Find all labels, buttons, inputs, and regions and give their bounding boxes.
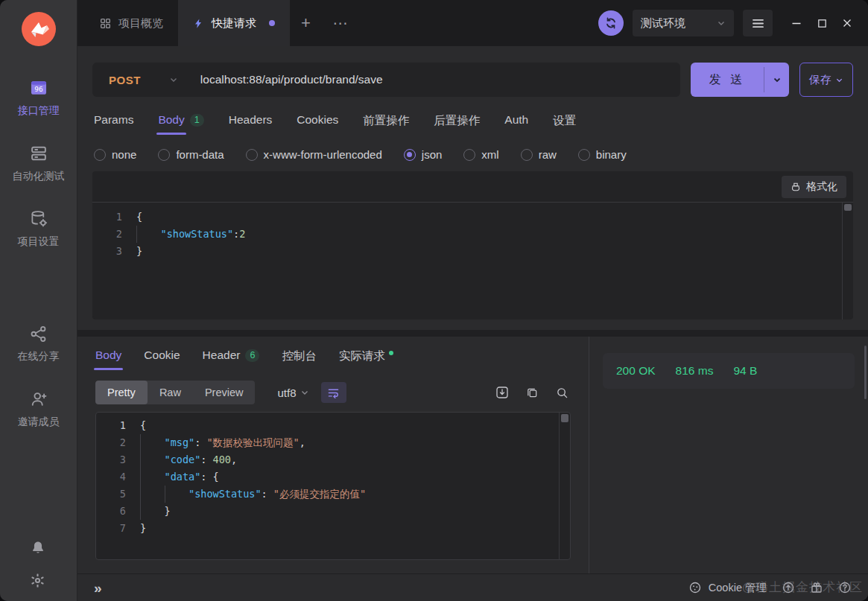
expand-panel-button[interactable]: » xyxy=(94,581,102,595)
response-tab-actual-request[interactable]: 实际请求 xyxy=(339,349,393,374)
response-tab-console[interactable]: 控制台 xyxy=(282,349,317,374)
line-number: 2 xyxy=(96,434,126,451)
request-tab-post-ops[interactable]: 后置操作 xyxy=(434,113,480,139)
body-type-none[interactable]: none xyxy=(94,148,136,161)
body-type-binary[interactable]: binary xyxy=(578,148,627,161)
search-button[interactable] xyxy=(553,384,571,401)
request-code-area[interactable]: 1{2"showStatus":23} xyxy=(92,203,853,319)
request-tab-settings[interactable]: 设置 xyxy=(553,113,576,139)
send-options-chevron-icon[interactable] xyxy=(764,63,789,97)
radio-label: binary xyxy=(596,148,627,161)
url-input[interactable]: POST localhost:88/api/product/brand/save xyxy=(92,63,680,97)
code-line: 5"showStatus": "必须提交指定的值" xyxy=(96,486,558,503)
request-body-editor: 格式化 1{2"showStatus":23} xyxy=(92,171,853,319)
view-mode-preview[interactable]: Preview xyxy=(193,381,256,404)
line-number: 5 xyxy=(96,486,126,503)
menu-button[interactable] xyxy=(743,10,773,36)
word-wrap-button[interactable] xyxy=(321,382,346,403)
request-tab-body[interactable]: Body1 xyxy=(158,113,203,139)
sidebar-item-online-share[interactable]: 在线分享 xyxy=(18,323,60,363)
response-tab-header[interactable]: Header6 xyxy=(203,349,260,374)
gift-icon[interactable] xyxy=(809,581,823,595)
download-button[interactable] xyxy=(493,384,511,401)
response-tab-body[interactable]: Body xyxy=(95,349,121,374)
request-pane: POST localhost:88/api/product/brand/save… xyxy=(77,46,868,330)
tab-label: 控制台 xyxy=(282,349,317,364)
close-icon xyxy=(841,17,853,29)
gear-icon[interactable] xyxy=(30,573,48,591)
tab-project-overview[interactable]: 项目概览 xyxy=(85,0,178,46)
sidebar-item-project-settings[interactable]: 项目设置 xyxy=(18,209,60,249)
bell-icon[interactable] xyxy=(30,540,48,558)
radio-label: none xyxy=(112,148,136,161)
view-mode-segment: PrettyRawPreview xyxy=(95,381,255,404)
radio-label: form-data xyxy=(176,148,224,161)
chevron-down-icon[interactable] xyxy=(169,75,178,84)
cookie-manage-button[interactable]: Cookie 管理 xyxy=(688,581,767,595)
user-plus-icon xyxy=(28,389,49,410)
more-tabs-button[interactable]: ⋯ xyxy=(322,14,360,32)
scrollbar-thumb[interactable] xyxy=(864,346,867,399)
sync-button[interactable] xyxy=(598,10,624,36)
line-number: 7 xyxy=(96,520,126,537)
indent-guide xyxy=(136,226,161,243)
window-controls xyxy=(786,13,858,34)
tab-label: Body xyxy=(95,349,121,362)
code-content: "data": { xyxy=(140,468,219,486)
request-tab-auth[interactable]: Auth xyxy=(504,113,528,139)
tab-label: 项目概览 xyxy=(118,16,163,31)
sidebar-item-auto-test[interactable]: 自动化测试 xyxy=(13,143,65,183)
app-logo[interactable] xyxy=(22,12,56,46)
line-number: 1 xyxy=(96,417,126,434)
indent-guide xyxy=(140,468,165,486)
send-button[interactable]: 发 送 xyxy=(691,63,789,97)
sidebar-item-api-manage[interactable]: 96接口管理 xyxy=(18,77,60,118)
request-tab-cookies[interactable]: Cookies xyxy=(297,113,338,139)
status-dot xyxy=(389,351,393,355)
view-mode-pretty[interactable]: Pretty xyxy=(95,381,148,404)
request-tab-pre-ops[interactable]: 前置操作 xyxy=(363,113,409,139)
response-code-area[interactable]: 1{2"msg": "数据校验出现问题",3"code": 400,4"data… xyxy=(95,412,571,560)
method-select[interactable]: POST xyxy=(109,74,141,86)
body-type-json[interactable]: json xyxy=(404,148,443,161)
indent-guide xyxy=(165,486,189,503)
sidebar: 96接口管理自动化测试项目设置在线分享邀请成员 xyxy=(0,0,77,601)
sidebar-item-invite-member[interactable]: 邀请成员 xyxy=(18,389,60,429)
code-line: 1{ xyxy=(92,209,841,226)
topbar-tabs: 项目概览快捷请求 xyxy=(85,0,290,46)
sidebar-item-label: 自动化测试 xyxy=(13,170,65,183)
code-line: 3"code": 400, xyxy=(96,451,558,468)
radio-label: raw xyxy=(539,148,557,161)
upload-circle-icon[interactable] xyxy=(781,581,795,595)
tab-quick-request[interactable]: 快捷请求 xyxy=(178,0,290,46)
scrollbar-thumb[interactable] xyxy=(561,414,568,422)
copy-button[interactable] xyxy=(523,384,541,401)
request-tab-params[interactable]: Params xyxy=(94,113,133,139)
new-tab-button[interactable]: + xyxy=(290,13,322,33)
body-type-raw[interactable]: raw xyxy=(521,148,557,161)
response-toolbar: PrettyRawPreview utf8 xyxy=(77,374,589,410)
body-type-form-data[interactable]: form-data xyxy=(158,148,224,161)
body-type-x-www-form-urlencoded[interactable]: x-www-form-urlencoded xyxy=(246,148,382,161)
format-button[interactable]: 格式化 xyxy=(782,176,846,198)
save-button[interactable]: 保存 xyxy=(799,63,853,97)
help-circle-icon[interactable] xyxy=(837,581,852,595)
environment-select[interactable]: 测试环境 xyxy=(633,10,734,36)
scrollbar-thumb[interactable] xyxy=(844,204,852,211)
main-area: 项目概览快捷请求 + ⋯ 测试环境 POST xyxy=(77,0,868,601)
view-mode-raw[interactable]: Raw xyxy=(148,381,193,404)
code-content: } xyxy=(140,520,146,537)
radio-icon xyxy=(94,149,106,161)
cookie-manage-label: Cookie 管理 xyxy=(709,581,767,595)
maximize-button[interactable] xyxy=(811,13,832,34)
close-button[interactable] xyxy=(837,13,858,34)
minimize-button[interactable] xyxy=(786,13,807,34)
response-left: BodyCookieHeader6控制台实际请求 PrettyRawPrevie… xyxy=(77,337,589,573)
response-time: 816 ms xyxy=(676,364,714,378)
code-content: "showStatus":2 xyxy=(136,226,245,243)
response-tab-cookie[interactable]: Cookie xyxy=(144,349,180,374)
encoding-select[interactable]: utf8 xyxy=(277,387,308,399)
request-tab-headers[interactable]: Headers xyxy=(229,113,273,139)
chevron-down-icon xyxy=(300,388,309,397)
body-type-xml[interactable]: xml xyxy=(463,148,498,161)
